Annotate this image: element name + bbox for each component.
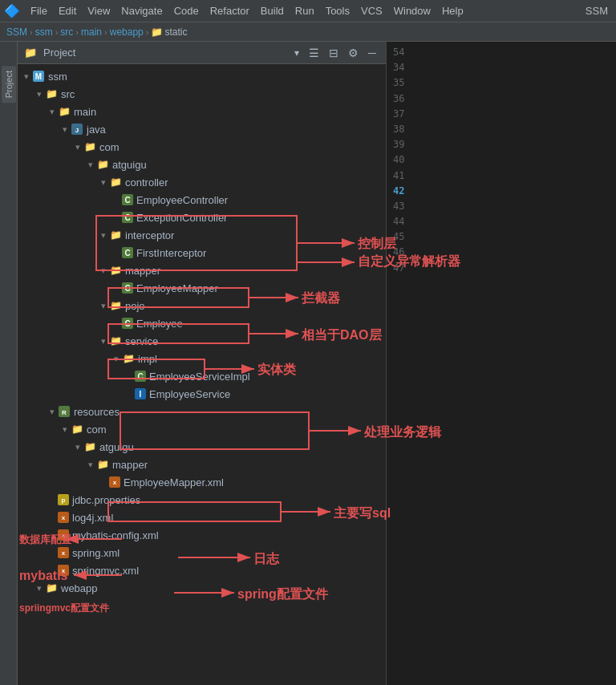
tree-node-src[interactable]: ▾ 📁 src [18,85,386,103]
line-46: 46 [393,245,610,260]
label-pojo: pojo [125,300,145,312]
tree-node-pojo[interactable]: ▾ 📁 pojo [18,297,386,314]
line-45: 45 [393,229,610,245]
line-43: 43 [393,199,610,214]
tree-node-com[interactable]: ▾ 📁 com [18,138,386,156]
menu-code[interactable]: Code [169,3,204,18]
arrow-atguigu2: ▾ [72,442,83,452]
tree-node-jdbc[interactable]: p jdbc.properties [18,491,386,509]
tree-node-log4j[interactable]: x log4j.xml [18,509,386,526]
resources-icon: R [58,405,71,418]
breadcrumb-src[interactable]: src [60,26,73,38]
class-employee-mapper-icon: C [122,282,133,294]
xml-log4j-icon: x [58,512,69,523]
tree-node-first-interceptor[interactable]: C FirstInterceptor [18,244,386,261]
folder-atguigu-icon: 📁 [96,158,109,171]
tree-node-employee-mapper[interactable]: C EmployeeMapper [18,279,386,297]
label-springmvc: springmvc.xml [72,565,139,577]
label-com: com [99,141,120,153]
label-interceptor: interceptor [125,229,174,241]
label-ssm: ssm [48,71,67,83]
tree-node-atguigu[interactable]: ▾ 📁 atguigu [18,156,386,173]
tree-node-ssm[interactable]: ▾ M ssm [18,67,386,85]
folder-interceptor-icon: 📁 [109,229,122,241]
breadcrumb-static[interactable]: static [164,26,187,38]
arrow-com: ▾ [72,142,83,152]
folder-com2-icon: 📁 [71,423,83,436]
breadcrumb-ssm2[interactable]: ssm [35,26,53,38]
tree-node-employee-service[interactable]: I EmployeeService [18,385,386,403]
folder-icon: 📁 [151,26,163,38]
arrow-webapp: ▾ [34,583,45,594]
side-tab: Project [0,42,18,685]
menu-refactor[interactable]: Refactor [205,3,254,18]
props-jdbc-icon: p [58,494,69,505]
right-panel: 54 34 35 36 37 38 39 40 41 42 43 44 45 4… [387,42,616,685]
folder-mapper2-icon: 📁 [96,458,109,471]
panel-scroll-icon[interactable]: ☰ [306,45,322,61]
menu-tools[interactable]: Tools [321,3,355,18]
folder-pojo-icon: 📁 [109,299,122,312]
tree-node-impl[interactable]: ▾ 📁 impl [18,350,386,367]
tree-node-com2[interactable]: ▾ 📁 com [18,420,386,438]
main-layout: Project 📁 Project ▾ ☰ ⊟ ⚙ ─ ▾ M ssm [0,42,616,685]
label-com2: com [87,424,107,436]
arrow-mapper: ▾ [98,265,109,276]
menu-help[interactable]: Help [437,3,468,18]
class-employee-controller-icon: C [122,194,133,205]
xml-springmvc-icon: x [58,565,69,576]
breadcrumb-ssm[interactable]: SSM [6,26,27,38]
tree-node-mapper2[interactable]: ▾ 📁 mapper [18,456,386,473]
menu-file[interactable]: File [26,3,52,18]
arrow-pojo: ▾ [98,301,109,311]
tree-node-employee-mapper-xml[interactable]: x EmployeeMapper.xml [18,473,386,491]
tree-node-java[interactable]: ▾ J java [18,120,386,138]
line-39: 39 [393,137,610,152]
line-36: 36 [393,91,610,107]
tree-node-resources[interactable]: ▾ R resources [18,403,386,420]
tree-node-mybatis[interactable]: x mybatis-config.xml [18,526,386,544]
project-folder-icon: 📁 [24,47,37,59]
label-impl: impl [138,353,157,365]
arrow-java: ▾ [59,124,71,135]
tree-node-springmvc[interactable]: x springmvc.xml [18,561,386,579]
panel-settings-icon[interactable]: ⚙ [345,45,362,61]
folder-controller-icon: 📁 [109,176,122,188]
arrow-service: ▾ [98,336,109,347]
java-folder-icon: J [71,123,83,136]
label-main: main [74,106,96,118]
menu-vcs[interactable]: VCS [356,3,387,18]
menu-view[interactable]: View [83,3,115,18]
side-tab-project[interactable]: Project [2,66,16,103]
panel-minimize-icon[interactable]: ─ [365,45,379,61]
tree-node-main[interactable]: ▾ 📁 main [18,103,386,120]
tree-node-mapper[interactable]: ▾ 📁 mapper [18,261,386,279]
tree-container[interactable]: ▾ M ssm ▾ 📁 src ▾ 📁 main [18,64,386,685]
tree-node-exception-controller[interactable]: C ExceptionController [18,209,386,226]
panel-collapse-icon[interactable]: ⊟ [326,45,342,61]
breadcrumb-webapp[interactable]: webapp [110,26,144,38]
menu-run[interactable]: Run [290,3,319,18]
tree-node-employee-controller[interactable]: C EmployeeController [18,191,386,209]
menu-build[interactable]: Build [256,3,289,18]
tree-node-spring[interactable]: x spring.xml [18,544,386,561]
folder-webapp-icon: 📁 [45,582,58,594]
menu-window[interactable]: Window [389,3,436,18]
line-44: 44 [393,214,610,229]
tree-node-employee-service-impl[interactable]: C EmployeeServiceImpl [18,367,386,385]
svg-text:J: J [75,127,79,134]
tree-node-employee[interactable]: C Employee [18,314,386,332]
tree-node-service[interactable]: ▾ 📁 service [18,332,386,350]
arrow-interceptor: ▾ [98,230,109,241]
label-first-interceptor: FirstInterceptor [136,247,206,259]
arrow-ssm: ▾ [21,71,32,82]
tree-node-webapp[interactable]: ▾ 📁 webapp [18,579,386,597]
tree-node-atguigu2[interactable]: ▾ 📁 atguigu [18,438,386,456]
breadcrumb: SSM › ssm › src › main › webapp › 📁 stat… [0,22,616,42]
tree-node-interceptor[interactable]: ▾ 📁 interceptor [18,226,386,244]
menu-navigate[interactable]: Navigate [116,3,167,18]
tree-node-controller[interactable]: ▾ 📁 controller [18,173,386,191]
line-34: 34 [393,60,610,75]
breadcrumb-main[interactable]: main [81,26,102,38]
menu-edit[interactable]: Edit [54,3,81,18]
